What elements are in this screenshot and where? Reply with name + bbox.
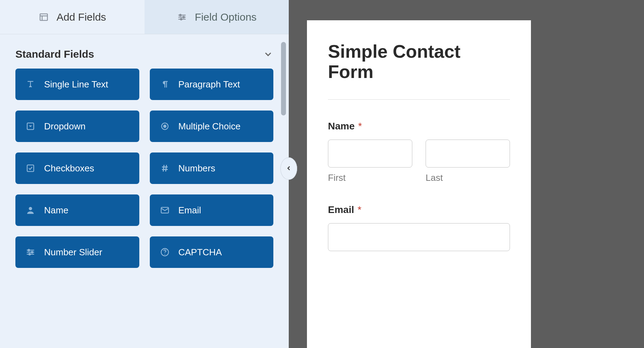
hash-icon — [160, 163, 170, 173]
paragraph-icon — [160, 79, 170, 90]
section-title: Standard Fields — [15, 48, 94, 60]
radio-icon — [160, 121, 170, 132]
svg-rect-12 — [27, 165, 34, 172]
collapse-handle[interactable] — [280, 157, 297, 180]
field-label: Name — [44, 205, 68, 216]
field-label: Multiple Choice — [178, 121, 241, 132]
svg-rect-0 — [40, 14, 48, 20]
user-icon — [25, 205, 36, 215]
field-label: Dropdown — [44, 121, 86, 132]
svg-point-6 — [180, 14, 181, 16]
envelope-icon — [160, 205, 170, 215]
email-label: Email * — [328, 204, 510, 215]
field-label: Number Slider — [44, 247, 102, 258]
form-fields-icon — [38, 12, 49, 23]
tab-label: Add Fields — [56, 11, 106, 23]
section-header[interactable]: Standard Fields — [0, 34, 289, 69]
chevron-left-icon — [285, 163, 292, 174]
chevron-down-icon — [263, 49, 273, 59]
field-multiple-choice[interactable]: Multiple Choice — [150, 111, 274, 142]
first-name-input[interactable] — [328, 140, 412, 168]
field-label: Numbers — [178, 163, 215, 174]
svg-point-24 — [29, 254, 30, 255]
name-label: Name * — [328, 121, 510, 132]
field-dropdown[interactable]: Dropdown — [15, 111, 139, 142]
form-title: Simple Contact Form — [328, 41, 510, 82]
field-checkboxes[interactable]: Checkboxes — [15, 152, 139, 184]
email-input[interactable] — [328, 223, 510, 251]
field-label: Email — [178, 205, 201, 216]
svg-point-26 — [164, 254, 165, 255]
field-name[interactable]: Name — [15, 194, 139, 226]
canvas: Simple Contact Form Name * First Last Em… — [289, 0, 644, 348]
sidebar: Add Fields Field Options Standard Fields… — [0, 0, 289, 348]
form-preview: Simple Contact Form Name * First Last Em… — [307, 20, 531, 348]
svg-line-15 — [163, 165, 164, 172]
scrollbar-thumb[interactable] — [281, 42, 286, 115]
svg-point-8 — [181, 18, 182, 20]
svg-point-17 — [29, 207, 32, 210]
checkbox-icon — [25, 163, 36, 173]
name-row: First Last — [328, 140, 510, 183]
tab-label: Field Options — [195, 11, 257, 23]
dropdown-icon — [25, 121, 36, 132]
tabs: Add Fields Field Options — [0, 0, 289, 34]
last-name-input[interactable] — [426, 140, 510, 168]
scrollbar[interactable] — [281, 42, 286, 266]
svg-point-7 — [183, 16, 185, 18]
sliders-icon — [176, 12, 188, 23]
field-single-line-text[interactable]: Single Line Text — [15, 69, 139, 100]
field-label: Single Line Text — [44, 79, 108, 90]
field-number-slider[interactable]: Number Slider — [15, 236, 139, 268]
field-captcha[interactable]: CAPTCHA — [150, 236, 274, 268]
divider — [328, 99, 510, 100]
field-label: Checkboxes — [44, 163, 94, 174]
field-email[interactable]: Email — [150, 194, 274, 226]
field-label: Paragraph Text — [178, 79, 240, 90]
field-numbers[interactable]: Numbers — [150, 152, 274, 184]
sliders-icon — [25, 247, 36, 257]
required-mark: * — [358, 121, 362, 132]
question-circle-icon — [160, 247, 170, 257]
required-mark: * — [358, 204, 362, 215]
svg-point-23 — [31, 251, 33, 253]
svg-point-11 — [163, 125, 166, 128]
first-sublabel: First — [328, 172, 412, 183]
text-cursor-icon — [25, 79, 36, 90]
tab-field-options[interactable]: Field Options — [145, 0, 289, 34]
last-sublabel: Last — [426, 172, 510, 183]
svg-line-16 — [166, 165, 166, 172]
svg-point-22 — [28, 249, 30, 251]
field-grid: Single Line Text Paragraph Text Dropdown… — [0, 69, 289, 282]
field-label: CAPTCHA — [178, 247, 222, 258]
tab-add-fields[interactable]: Add Fields — [0, 0, 145, 34]
field-paragraph-text[interactable]: Paragraph Text — [150, 69, 274, 100]
